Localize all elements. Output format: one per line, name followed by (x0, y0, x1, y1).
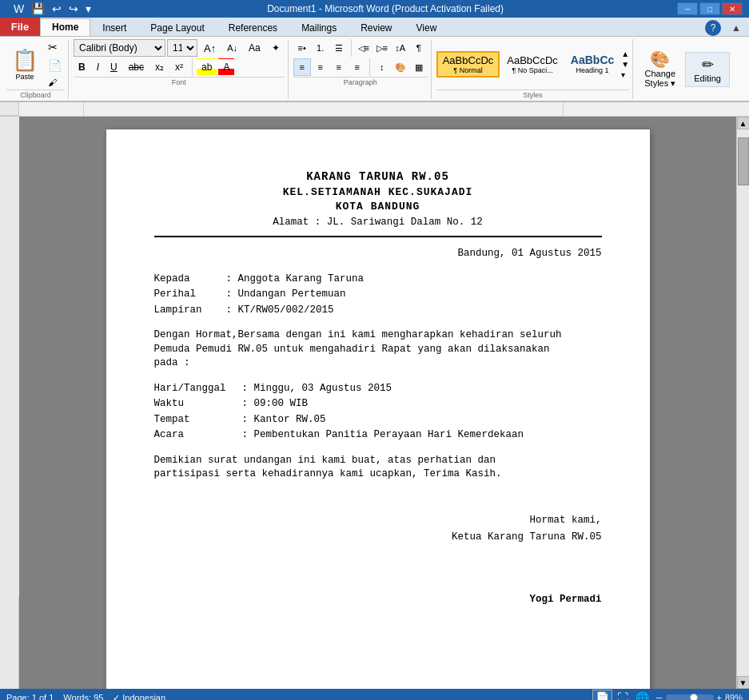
tempat-label: Tempat (154, 413, 242, 428)
doc-header-line1: KARANG TARUNA RW.05 (154, 169, 602, 185)
strikethrough-btn[interactable]: abc (124, 58, 149, 76)
subscript-btn[interactable]: x₂ (150, 58, 169, 76)
italic-btn[interactable]: I (92, 58, 104, 76)
scroll-track[interactable] (737, 129, 749, 676)
status-right: 📄 ⛶ 🌐 ─ + 89% (592, 690, 743, 700)
zoom-bar[interactable] (666, 694, 714, 700)
style-heading1[interactable]: AaBbCc Heading 1 (565, 51, 620, 77)
doc-body: Dengan Hormat,Bersama dengan ini kami me… (154, 328, 602, 371)
customize-quick-btn[interactable]: ▾ (83, 2, 94, 16)
align-center-btn[interactable]: ≡ (312, 58, 329, 76)
bold-btn[interactable]: B (74, 58, 90, 76)
borders-btn[interactable]: ▦ (410, 58, 428, 76)
web-layout-btn[interactable]: 🌐 (633, 690, 651, 700)
tab-insert[interactable]: Insert (90, 18, 138, 36)
vertical-scrollbar[interactable]: ▲ ▼ (736, 117, 749, 689)
maximize-btn[interactable]: □ (699, 2, 720, 15)
word-count: Words: 95 (63, 693, 103, 700)
cut-btn[interactable]: ✂ (45, 39, 65, 55)
undo-quick-btn[interactable]: ↩ (50, 2, 64, 16)
numbering-btn[interactable]: 1. (312, 39, 329, 57)
acara-label: Acara (154, 428, 242, 443)
editing-btn[interactable]: ✏ Editing (685, 52, 730, 87)
tempat-row: Tempat : Kantor RW.05 (154, 413, 602, 428)
font-size-select[interactable]: 11 (167, 39, 197, 57)
print-layout-btn[interactable]: 📄 (592, 690, 612, 700)
doc-schedule: Hari/Tanggal : Minggu, 03 Agustus 2015 W… (154, 382, 602, 443)
format-painter-btn[interactable]: 🖌 (45, 76, 65, 89)
doc-header-line2: KEL.SETIAMANAH KEC.SUKAJADI (154, 185, 602, 200)
waktu-label: Waktu (154, 397, 242, 412)
shading-btn[interactable]: 🎨 (392, 58, 409, 76)
change-styles-btn[interactable]: 🎨 Change Styles ▾ (638, 46, 682, 92)
hari-label: Hari/Tanggal (154, 382, 242, 396)
paste-btn[interactable]: 📋 Paste (6, 46, 43, 83)
acara-row: Acara : Pembentukan Panitia Perayaan Har… (154, 428, 602, 443)
justify-btn[interactable]: ≡ (349, 58, 366, 76)
file-menu[interactable]: File (0, 18, 40, 36)
tab-view[interactable]: View (404, 18, 449, 36)
show-hide-btn[interactable]: ¶ (410, 39, 428, 57)
svg-rect-1 (83, 102, 84, 116)
change-styles-label: Change (644, 69, 675, 78)
font-color-btn[interactable]: A (218, 58, 234, 76)
doc-closing: Demikian surat undangan ini kami buat, a… (154, 454, 602, 482)
zoom-in-btn[interactable]: + (717, 693, 722, 700)
perihal-value: : Undangan Pertemuan (226, 288, 602, 302)
scroll-thumb[interactable] (738, 137, 749, 185)
font-name-select[interactable]: Calibri (Body) (74, 39, 165, 57)
body-line3: pada : (154, 356, 602, 371)
grow-font-btn[interactable]: A↑ (199, 39, 221, 57)
shrink-font-btn[interactable]: A↓ (222, 39, 242, 57)
styles-scroll-up[interactable]: ▲ (621, 50, 629, 58)
highlight-btn[interactable]: ab (197, 58, 217, 76)
tab-home[interactable]: Home (40, 18, 90, 36)
close-btn[interactable]: ✕ (722, 2, 743, 15)
decrease-indent-btn[interactable]: ◁≡ (355, 39, 373, 57)
increase-indent-btn[interactable]: ▷≡ (373, 39, 391, 57)
collapse-ribbon-btn[interactable]: ▲ (728, 21, 744, 35)
save-quick-btn[interactable]: 💾 (29, 2, 47, 16)
vertical-ruler (0, 117, 19, 689)
main-area: KARANG TARUNA RW.05 KEL.SETIAMANAH KEC.S… (0, 117, 749, 689)
style-no-spacing[interactable]: AaBbCcDc ¶ No Spaci... (501, 52, 564, 77)
document-area[interactable]: KARANG TARUNA RW.05 KEL.SETIAMANAH KEC.S… (19, 117, 736, 689)
paste-icon: 📋 (12, 48, 38, 73)
change-case-btn[interactable]: Aa (244, 39, 265, 57)
sort-btn[interactable]: ↕A (392, 39, 409, 57)
tab-page-layout[interactable]: Page Layout (138, 18, 216, 36)
align-left-btn[interactable]: ≡ (293, 58, 311, 76)
superscript-btn[interactable]: x² (170, 58, 188, 76)
perihal-row: Perihal : Undangan Pertemuan (154, 288, 602, 302)
clear-formatting-btn[interactable]: ✦ (267, 39, 285, 57)
style-normal[interactable]: AaBbCcDc ¶ Normal (436, 51, 500, 78)
multilevel-btn[interactable]: ☰ (330, 39, 348, 57)
style-h1-sample: AaBbCc (571, 54, 614, 66)
minimize-btn[interactable]: ─ (677, 2, 698, 15)
waktu-value: : 09:00 WIB (242, 397, 602, 412)
scroll-up-btn[interactable]: ▲ (737, 117, 750, 129)
redo-quick-btn[interactable]: ↪ (66, 2, 81, 16)
tab-mailings[interactable]: Mailings (289, 18, 349, 36)
scroll-down-btn[interactable]: ▼ (737, 676, 750, 689)
zoom-level[interactable]: 89% (725, 693, 743, 700)
copy-btn[interactable]: 📄 (45, 58, 65, 74)
zoom-thumb (690, 694, 698, 700)
style-nospace-sample: AaBbCcDc (507, 54, 558, 66)
styles-scroll-down[interactable]: ▼ (621, 60, 629, 69)
help-btn[interactable]: ? (705, 20, 721, 36)
tempat-value: : Kantor RW.05 (242, 413, 602, 428)
horizontal-ruler (19, 102, 749, 116)
doc-signature: Hormat kami, Ketua Karang Taruna RW.05 Y… (154, 514, 602, 607)
align-right-btn[interactable]: ≡ (330, 58, 348, 76)
hari-value: : Minggu, 03 Agustus 2015 (242, 382, 602, 396)
zoom-out-btn[interactable]: ─ (656, 693, 663, 700)
underline-btn[interactable]: U (106, 58, 122, 76)
line-spacing-btn[interactable]: ↕ (373, 58, 391, 76)
styles-more-btn[interactable]: ▾ (621, 70, 629, 79)
quick-access-toolbar: W 💾 ↩ ↪ ▾ (6, 2, 94, 16)
full-screen-btn[interactable]: ⛶ (615, 690, 631, 700)
tab-references[interactable]: References (217, 18, 289, 36)
tab-review[interactable]: Review (349, 18, 404, 36)
bullets-btn[interactable]: ≡• (293, 39, 311, 57)
